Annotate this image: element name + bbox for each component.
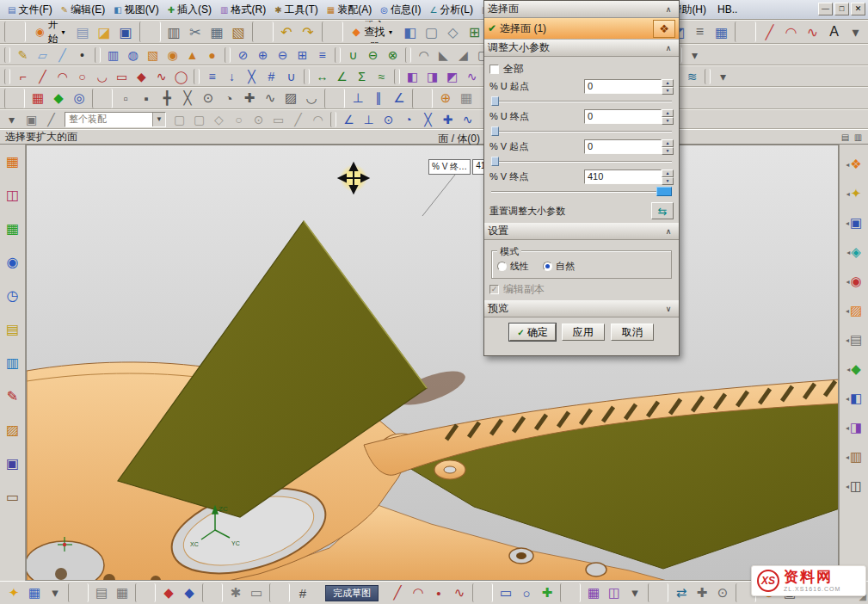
collapse-chevron-icon[interactable]: ∧ (662, 226, 675, 237)
red-diamond-icon[interactable]: ◆ (158, 583, 179, 602)
menu-edit[interactable]: ✎ 编辑(E) (57, 1, 109, 19)
pattern-face-icon[interactable]: ◂ ▨ (846, 303, 862, 318)
param-value[interactable]: 0 (584, 139, 662, 154)
part-navigator-icon[interactable]: ▦ (3, 219, 23, 237)
wave-link-icon[interactable]: ≋ (682, 67, 702, 85)
menu-hb[interactable]: HB.. (711, 2, 742, 17)
project-curve-icon[interactable]: ↓ (222, 67, 242, 85)
measure-distance-icon[interactable]: ↔ (312, 67, 332, 85)
profile-icon[interactable]: ⌐ (13, 67, 33, 85)
menu-tools[interactable]: ✱ 工具(T) (270, 1, 323, 19)
zoom-circle-icon[interactable]: ⊙ (712, 583, 733, 602)
shaded-view-icon[interactable]: ◧ (399, 22, 421, 42)
graphics-window[interactable]: ZC XC YC % V 终… 41 (26, 145, 839, 581)
toolbar-anchor-icon[interactable]: ✦ (3, 583, 24, 602)
unite-icon[interactable]: ∪ (343, 46, 363, 64)
fit-view-icon[interactable]: ⊞ (464, 22, 485, 42)
menu-analysis[interactable]: ∠ 分析(L) (425, 1, 477, 19)
sketch-point-icon[interactable]: • (428, 583, 449, 602)
paste-icon[interactable]: ▧ (228, 22, 249, 42)
orient-view-icon[interactable]: ◇ (442, 22, 464, 42)
edge-blend-icon[interactable]: ◠ (414, 46, 434, 64)
spinner-arrows-icon[interactable]: ▲▼ (662, 139, 674, 154)
boss-icon[interactable]: ⊕ (253, 46, 273, 64)
snap-plus-icon[interactable]: ✚ (438, 110, 458, 128)
history-icon[interactable]: ◷ (3, 286, 23, 305)
open-file-icon[interactable]: ◪ (94, 22, 115, 42)
close-button[interactable]: ✕ (851, 3, 865, 15)
wcs-icon[interactable]: ⊕ (435, 89, 456, 108)
intersect-curve-icon[interactable]: ╳ (242, 67, 262, 85)
move-face-icon[interactable]: ◂ ◈ (846, 244, 861, 260)
snap-endpoint-icon[interactable]: ▫ (115, 89, 136, 108)
snap-point-on-curve-icon[interactable]: ∿ (260, 89, 280, 108)
rect-select-icon[interactable]: ▭ (268, 110, 288, 128)
sketch-arc-icon[interactable]: ◠ (408, 583, 428, 602)
combo-caret-icon[interactable]: ▼ (152, 113, 165, 126)
spinner-arrows-icon[interactable]: ▲▼ (662, 79, 674, 94)
slider-u-start[interactable] (489, 96, 674, 107)
mirror-curve-icon[interactable]: ◫ (604, 583, 625, 602)
more-caret-icon[interactable]: ▾ (713, 67, 733, 85)
assembly-navigator-icon[interactable]: ▦ (3, 151, 23, 170)
tools-icon[interactable]: ✱ (225, 583, 246, 602)
snap-intersection-icon[interactable]: ╳ (177, 89, 198, 108)
param-spinbox-v-start[interactable]: 0 ▲▼ (584, 139, 674, 154)
menu-format[interactable]: ▥ 格式(R) (216, 1, 270, 19)
rectangle-icon[interactable]: ▭ (112, 67, 132, 85)
text-annotation-icon[interactable]: A (823, 22, 845, 42)
materials-icon[interactable]: ▣ (3, 453, 23, 472)
select-face-filter-icon[interactable]: ▣ (22, 110, 41, 128)
blue-diamond-icon[interactable]: ◆ (179, 583, 200, 602)
sketch-plus-icon[interactable]: ✚ (537, 583, 557, 602)
arc-icon[interactable]: ◠ (52, 67, 72, 85)
param-spinbox-u-start[interactable]: 0 ▲▼ (584, 79, 674, 94)
collapse-chevron-icon[interactable]: ∧ (662, 43, 675, 53)
offset-region-icon[interactable]: ◂ ✦ (846, 186, 862, 201)
constraint-navigator-icon[interactable]: ◫ (3, 185, 23, 204)
inside-only-icon[interactable]: ▢ (189, 110, 209, 128)
snap-angle-icon[interactable]: ∠ (339, 110, 359, 128)
cue-dock-icon[interactable]: ▥ (852, 131, 865, 143)
palette-icon[interactable]: ▨ (3, 420, 23, 439)
slider-v-start[interactable] (489, 156, 674, 167)
patch-face-icon[interactable]: ◂ ◨ (846, 420, 862, 435)
start-menu-button[interactable]: ◉ 开始 ▾ (28, 20, 72, 44)
new-file-icon[interactable]: ▤ (72, 22, 94, 42)
sphere-icon[interactable]: ● (202, 46, 222, 64)
snap-existing-point-icon[interactable]: ✚ (239, 89, 260, 108)
extrude-icon[interactable]: ▥ (103, 46, 123, 64)
poly-select-icon[interactable]: ◠ (308, 110, 328, 128)
selection-scope-combo[interactable]: 整个装配 ▼ (65, 112, 166, 127)
draft-icon[interactable]: ◢ (453, 46, 473, 64)
sew-face-icon[interactable]: ◂ ◆ (846, 361, 861, 377)
ellipse-icon[interactable]: ◯ (171, 67, 191, 85)
resize-face-icon[interactable]: ◂ ❖ (846, 157, 861, 172)
notes-icon[interactable]: ✎ (3, 386, 23, 405)
spinner-arrows-icon[interactable]: ▲▼ (662, 169, 674, 184)
deviation-icon[interactable]: ≈ (372, 67, 391, 85)
cut-icon[interactable]: ✂ (185, 22, 206, 42)
line-icon[interactable]: ╱ (33, 67, 52, 85)
caret-icon[interactable]: ▾ (625, 583, 645, 602)
blue-target-icon[interactable]: ◎ (69, 89, 89, 108)
start-menu-icon[interactable]: ▦ (24, 583, 45, 602)
reflection-analysis-icon[interactable]: ◨ (422, 67, 442, 85)
intersect-icon[interactable]: ⊗ (383, 46, 403, 64)
slider-v-end[interactable] (489, 186, 674, 197)
measure-rail-icon[interactable]: ▭ (3, 487, 23, 506)
radio-linear[interactable]: 线性 (497, 260, 529, 273)
reuse-library-icon[interactable]: ◉ (3, 252, 23, 271)
snap-center-icon[interactable]: ⊙ (379, 110, 398, 128)
chamfer-icon[interactable]: ◣ (434, 46, 453, 64)
radio-dot-icon[interactable] (543, 262, 552, 271)
geometric-properties-icon[interactable]: Σ (352, 67, 372, 85)
flyout-caret-icon[interactable]: ▾ (845, 22, 866, 42)
surface-analysis-icon[interactable]: ◧ (403, 67, 422, 85)
apply-button[interactable]: 应用 (562, 324, 605, 341)
select-edge-filter-icon[interactable]: ╱ (41, 110, 61, 128)
circle-icon[interactable]: ○ (72, 67, 92, 85)
command-finder-button[interactable]: ◆ 命令查找器 ▾ (346, 20, 400, 44)
curve-line-icon[interactable]: ╱ (759, 22, 780, 42)
snap-arc-center-icon[interactable]: ⊙ (198, 89, 219, 108)
